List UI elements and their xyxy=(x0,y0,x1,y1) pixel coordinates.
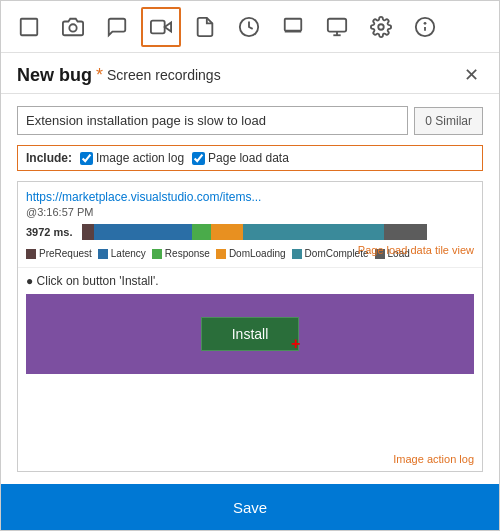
domloading-dot xyxy=(216,249,226,259)
svg-point-1 xyxy=(69,24,76,31)
header-separator: * xyxy=(96,65,103,86)
monitor-tool-button[interactable] xyxy=(317,7,357,47)
page-load-data-checkbox[interactable] xyxy=(192,152,205,165)
latency-dot xyxy=(98,249,108,259)
image-action-log-label: Image action log xyxy=(96,151,184,165)
legend-row: PreRequest Latency Response DomLoad xyxy=(26,248,474,259)
domcomplete-dot xyxy=(292,249,302,259)
svg-rect-6 xyxy=(328,18,346,31)
data-panel: https://marketplace.visualstudio.com/ite… xyxy=(17,181,483,472)
prerequest-dot xyxy=(26,249,36,259)
svg-point-9 xyxy=(378,24,384,30)
action-log-text: ● Click on button 'Install'. xyxy=(26,274,474,288)
bar-chart: 3972 ms. PreRequest xyxy=(26,224,474,259)
info-tool-button[interactable] xyxy=(405,7,445,47)
page-load-link[interactable]: https://marketplace.visualstudio.com/ite… xyxy=(26,190,474,204)
page-load-section: https://marketplace.visualstudio.com/ite… xyxy=(18,182,482,268)
bar-container xyxy=(82,224,474,240)
load-segment xyxy=(384,224,427,240)
cursor-cross-icon: + xyxy=(291,336,300,352)
rectangle-tool-button[interactable] xyxy=(9,7,49,47)
image-action-log-checkbox[interactable] xyxy=(80,152,93,165)
action-section: ● Click on button 'Install'. Install + xyxy=(18,268,482,380)
save-bar[interactable]: Save xyxy=(1,484,499,530)
image-action-log-annotation: Image action log xyxy=(393,453,474,465)
legend-load: Load xyxy=(375,248,410,259)
legend-response: Response xyxy=(152,248,210,259)
save-button-label: Save xyxy=(233,499,267,516)
main-window: New bug * Screen recordings ✕ 0 Similar … xyxy=(0,0,500,531)
svg-rect-3 xyxy=(151,20,165,33)
screenshot-box: Install + xyxy=(26,294,474,374)
document-tool-button[interactable] xyxy=(185,7,225,47)
search-input[interactable] xyxy=(17,106,408,135)
bar-row: 3972 ms. xyxy=(26,224,474,240)
response-dot xyxy=(152,249,162,259)
image-action-log-checkbox-item[interactable]: Image action log xyxy=(80,151,184,165)
duration-label: 3972 ms. xyxy=(26,226,76,238)
install-button-demo: Install + xyxy=(201,317,300,351)
legend-domcomplete: DomComplete xyxy=(292,248,369,259)
clock-tool-button[interactable] xyxy=(229,7,269,47)
crop-tool-button[interactable] xyxy=(273,7,313,47)
load-dot xyxy=(375,249,385,259)
svg-marker-2 xyxy=(165,22,171,31)
search-row: 0 Similar xyxy=(17,106,483,135)
camera-tool-button[interactable] xyxy=(53,7,93,47)
response-label: Response xyxy=(165,248,210,259)
similar-button[interactable]: 0 Similar xyxy=(414,107,483,135)
svg-rect-5 xyxy=(285,18,302,30)
svg-rect-0 xyxy=(21,18,38,35)
prerequest-label: PreRequest xyxy=(39,248,92,259)
toolbar xyxy=(1,1,499,53)
panel-header: New bug * Screen recordings ✕ xyxy=(1,53,499,94)
page-title: New bug xyxy=(17,65,92,86)
domloading-segment xyxy=(211,224,242,240)
response-segment xyxy=(192,224,212,240)
header-subtitle: Screen recordings xyxy=(107,67,221,83)
comment-tool-button[interactable] xyxy=(97,7,137,47)
install-label: Install xyxy=(232,326,269,342)
page-load-data-label: Page load data xyxy=(208,151,289,165)
close-button[interactable]: ✕ xyxy=(459,63,483,87)
prerequest-segment xyxy=(82,224,94,240)
timestamp: @3:16:57 PM xyxy=(26,206,474,218)
legend-latency: Latency xyxy=(98,248,146,259)
video-tool-button[interactable] xyxy=(141,7,181,47)
page-load-data-checkbox-item[interactable]: Page load data xyxy=(192,151,289,165)
gear-tool-button[interactable] xyxy=(361,7,401,47)
legend-domloading: DomLoading xyxy=(216,248,286,259)
domloading-label: DomLoading xyxy=(229,248,286,259)
latency-label: Latency xyxy=(111,248,146,259)
load-label: Load xyxy=(388,248,410,259)
latency-segment xyxy=(94,224,192,240)
include-row: Include: Image action log Page load data xyxy=(17,145,483,171)
legend-prerequest: PreRequest xyxy=(26,248,92,259)
content-area: 0 Similar Include: Image action log Page… xyxy=(1,94,499,484)
domcomplete-segment xyxy=(243,224,384,240)
include-label: Include: xyxy=(26,151,72,165)
domcomplete-label: DomComplete xyxy=(305,248,369,259)
